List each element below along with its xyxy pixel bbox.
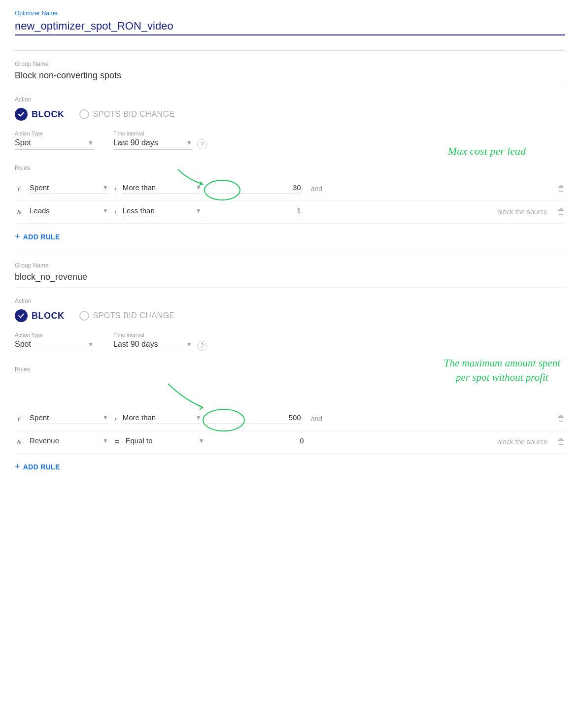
group1-name-value: Block non-converting spots — [15, 70, 565, 86]
group2-time-interval-group: Time interval Last 90 days ▼ ? — [113, 332, 207, 351]
group2-action-type-row: Action Type Spot ▼ Time interval Last 90… — [15, 332, 565, 351]
group1-rule-row-2: & Leads ▼ ‹ Less than ▼ block the source… — [15, 200, 565, 224]
optimizer-name-input[interactable] — [15, 20, 565, 35]
group1-rule2-condition-select[interactable]: Less than ▼ — [123, 206, 202, 217]
group2-rule1-and: and — [311, 415, 322, 423]
group2-add-rule-label: ADD RULE — [23, 463, 60, 471]
group1-rule2-field-value: Leads — [30, 206, 101, 215]
group1-rule1-and: and — [311, 185, 322, 193]
group2-action-type-arrow: ▼ — [88, 341, 94, 348]
group1-rule1-delete[interactable]: 🗑 — [557, 184, 565, 193]
divider-1 — [15, 50, 565, 51]
group2-block-check — [15, 309, 28, 322]
group1-section: Group Name Block non-converting spots Ac… — [15, 61, 565, 242]
group2-rule2-condition-arrow: ▼ — [199, 437, 205, 444]
group1-block-option[interactable]: BLOCK — [15, 108, 65, 121]
group2-rule1-delete[interactable]: 🗑 — [557, 414, 565, 423]
group1-rule2-number-input[interactable] — [207, 206, 301, 217]
group1-rule1-condition-value: More than — [123, 183, 194, 192]
group2-time-interval-select[interactable]: Last 90 days ▼ — [113, 340, 192, 351]
group2-action-label: Action — [15, 298, 565, 304]
group2-rule2-action: block the source — [497, 438, 551, 446]
group1-rules-label: Rules — [15, 165, 565, 171]
group2-rule1-field-arrow: ▼ — [102, 414, 108, 421]
group2-rule-row-1: if Spent ▼ › More than ▼ — [15, 407, 565, 430]
group2-section: Group Name block_no_revenue Action BLOCK… — [15, 262, 565, 472]
group1-block-label: BLOCK — [32, 109, 65, 120]
group1-action-type-label: Action Type — [15, 131, 94, 136]
optimizer-name-section: Optimizer Name — [15, 10, 565, 35]
group1-rule-row-1: if Spent ▼ › More than ▼ — [15, 177, 565, 200]
group1-add-rule-plus: + — [15, 232, 20, 242]
group1-action-type-select[interactable]: Spot ▼ — [15, 138, 94, 150]
group2-time-interval-value: Last 90 days — [113, 340, 184, 349]
group2-rule1-condition-select[interactable]: More than ▼ — [123, 413, 202, 424]
group2-rule1-field-value: Spent — [30, 413, 101, 422]
group1-time-interval-group: Time interval Last 90 days ▼ ? — [113, 131, 207, 150]
group2-time-interval-arrow: ▼ — [186, 341, 192, 348]
group2-rule1-condition-arrow: ▼ — [196, 414, 202, 421]
group1-help-icon[interactable]: ? — [197, 139, 207, 149]
group2-rule1-arrow-annotation — [153, 379, 217, 418]
group2-action-type-select[interactable]: Spot ▼ — [15, 340, 94, 351]
group2-rule1-field-select[interactable]: Spent ▼ — [30, 413, 108, 424]
group1-spots-bid-radio — [79, 109, 89, 119]
divider-2 — [15, 252, 565, 252]
group2-rule2-field-select[interactable]: Revenue ▼ — [30, 436, 108, 447]
group1-rule1-field-arrow: ▼ — [102, 184, 108, 191]
group1-action-type-row: Action Type Spot ▼ Time interval Last 90… — [15, 131, 565, 150]
group1-rule1-operator: › — [114, 185, 117, 193]
group1-rule2-connector: & — [15, 208, 24, 216]
group1-action-type-value: Spot — [15, 138, 86, 147]
group1-rule1-connector: if — [15, 185, 24, 193]
group1-spots-bid-label: SPOTS BID CHANGE — [93, 110, 175, 119]
group1-rule1-number-input[interactable] — [207, 183, 301, 194]
group2-rule2-condition-select[interactable]: Equal to ▼ — [126, 436, 205, 447]
group2-spots-bid-option[interactable]: SPOTS BID CHANGE — [79, 311, 175, 321]
group1-time-interval-label: Time interval — [113, 131, 207, 136]
group2-rules-section: Rules The maximum amount spentper spot w… — [15, 361, 565, 472]
group1-time-interval-value: Last 90 days — [113, 138, 184, 147]
group1-rule1-field-select[interactable]: Spent ▼ — [30, 183, 108, 194]
group1-spots-bid-option[interactable]: SPOTS BID CHANGE — [79, 109, 175, 119]
group2-rule2-number-input[interactable] — [210, 436, 304, 447]
group1-action-type-group: Action Type Spot ▼ — [15, 131, 94, 150]
group2-action-row: BLOCK SPOTS BID CHANGE — [15, 309, 565, 322]
group2-rule1-operator: › — [114, 415, 117, 423]
group2-action-type-label: Action Type — [15, 332, 94, 338]
group2-rules-label: Rules — [15, 366, 565, 373]
group2-spots-bid-radio — [79, 311, 89, 321]
group1-rule1-condition-arrow: ▼ — [196, 184, 202, 191]
group1-rule2-operator: ‹ — [114, 208, 117, 216]
group2-add-rule-btn[interactable]: + ADD RULE — [15, 462, 565, 472]
group2-add-rule-plus: + — [15, 462, 20, 472]
group2-block-option[interactable]: BLOCK — [15, 309, 65, 322]
group1-time-interval-select[interactable]: Last 90 days ▼ — [113, 138, 192, 150]
group2-action-type-group: Action Type Spot ▼ — [15, 332, 94, 351]
group2-rule-row-2: & Revenue ▼ = Equal to ▼ block the sourc… — [15, 430, 565, 454]
group2-name-label: Group Name — [15, 262, 565, 269]
group1-rule1-condition-select[interactable]: More than ▼ — [123, 183, 202, 194]
group1-rules-section: Rules Max cost per lead if Spent ▼ › Mor… — [15, 160, 565, 242]
group1-rule2-delete[interactable]: 🗑 — [557, 207, 565, 216]
group1-action-label: Action — [15, 96, 565, 103]
group2-rule2-connector: & — [15, 438, 24, 446]
group2-block-label: BLOCK — [32, 311, 65, 321]
group1-action-row: BLOCK SPOTS BID CHANGE — [15, 108, 565, 121]
group2-rule1-number-input[interactable] — [207, 413, 301, 424]
optimizer-name-label: Optimizer Name — [15, 10, 565, 17]
group2-rule2-field-value: Revenue — [30, 436, 101, 445]
group1-rule2-field-arrow: ▼ — [102, 207, 108, 214]
group1-rule2-action: block the source — [497, 208, 551, 216]
group1-rule2-field-select[interactable]: Leads ▼ — [30, 206, 108, 217]
group2-spots-bid-label: SPOTS BID CHANGE — [93, 311, 175, 320]
group1-action-type-arrow: ▼ — [88, 139, 94, 146]
group1-block-check — [15, 108, 28, 121]
group2-rule2-delete[interactable]: 🗑 — [557, 437, 565, 446]
group2-help-icon[interactable]: ? — [197, 341, 207, 351]
group1-name-label: Group Name — [15, 61, 565, 67]
group1-add-rule-btn[interactable]: + ADD RULE — [15, 232, 565, 242]
group1-add-rule-label: ADD RULE — [23, 233, 60, 241]
group2-rule1-connector: if — [15, 415, 24, 423]
group2-rule2-condition-value: Equal to — [126, 436, 197, 445]
